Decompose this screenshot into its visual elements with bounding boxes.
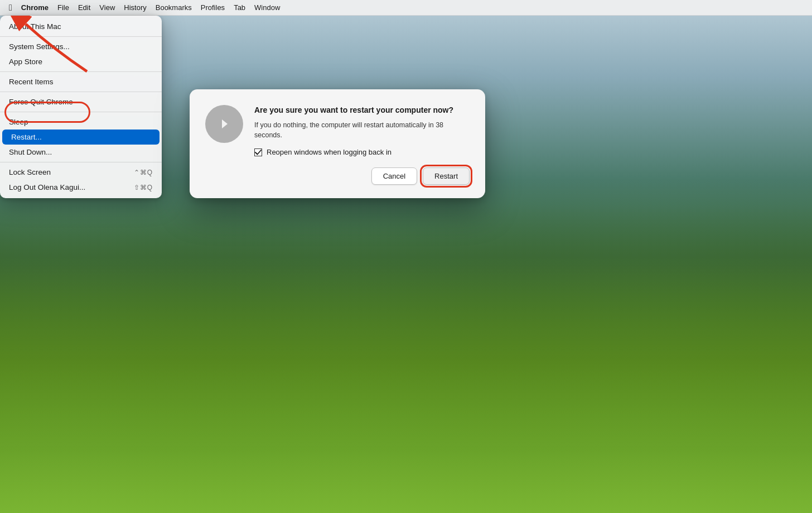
log-out-shortcut: ⇧⌘Q xyxy=(134,184,153,191)
menu-item-restart[interactable]: Restart... xyxy=(2,130,160,145)
menubar-history[interactable]: History xyxy=(119,2,151,13)
dialog-checkbox-row[interactable]: Reopen windows when logging back in xyxy=(254,148,470,156)
dialog-text-area: Are you sure you want to restart your co… xyxy=(254,105,470,185)
menu-separator-5 xyxy=(0,162,162,162)
menubar-chrome[interactable]: Chrome xyxy=(17,2,53,13)
menu-separator-3 xyxy=(0,92,162,92)
menubar-profiles[interactable]: Profiles xyxy=(196,2,229,13)
apple-menu-trigger[interactable]:  xyxy=(4,2,17,14)
menu-item-force-quit[interactable]: Force Quit Chrome xyxy=(0,94,162,109)
lock-screen-shortcut: ⌃⌘Q xyxy=(134,169,153,176)
menu-item-lock-screen[interactable]: Lock Screen ⌃⌘Q xyxy=(0,165,162,180)
menu-item-log-out[interactable]: Log Out Olena Kagui... ⇧⌘Q xyxy=(0,180,162,195)
dialog-body: If you do nothing, the computer will res… xyxy=(254,121,470,140)
menubar-edit[interactable]: Edit xyxy=(74,2,95,13)
svg-marker-1 xyxy=(222,119,228,128)
menu-item-system-settings[interactable]: System Settings... xyxy=(0,39,162,54)
menu-separator-4 xyxy=(0,112,162,112)
menubar-file[interactable]: File xyxy=(53,2,74,13)
menu-item-app-store[interactable]: App Store xyxy=(0,54,162,69)
dialog-buttons: Cancel Restart xyxy=(254,167,470,185)
menu-separator-2 xyxy=(0,71,162,72)
menubar-tab[interactable]: Tab xyxy=(229,2,250,13)
cancel-button[interactable]: Cancel xyxy=(371,167,417,185)
restart-dialog: Are you sure you want to restart your co… xyxy=(190,89,485,198)
menubar-bookmarks[interactable]: Bookmarks xyxy=(151,2,196,13)
reopen-windows-label: Reopen windows when logging back in xyxy=(267,148,392,156)
menu-item-shut-down[interactable]: Shut Down... xyxy=(0,145,162,160)
dialog-content-area: Are you sure you want to restart your co… xyxy=(205,105,470,185)
menubar-window[interactable]: Window xyxy=(250,2,284,13)
restart-button[interactable]: Restart xyxy=(423,167,470,185)
menu-item-about[interactable]: About This Mac xyxy=(0,19,162,34)
apple-dropdown-menu: About This Mac System Settings... App St… xyxy=(0,16,162,198)
menubar:  Chrome File Edit View History Bookmark… xyxy=(0,0,812,16)
menubar-view[interactable]: View xyxy=(95,2,119,13)
dialog-title: Are you sure you want to restart your co… xyxy=(254,105,470,115)
menu-item-sleep[interactable]: Sleep xyxy=(0,114,162,130)
menu-separator-1 xyxy=(0,36,162,37)
reopen-windows-checkbox[interactable] xyxy=(254,148,262,156)
dialog-icon xyxy=(205,105,243,143)
menu-item-recent-items[interactable]: Recent Items xyxy=(0,74,162,89)
